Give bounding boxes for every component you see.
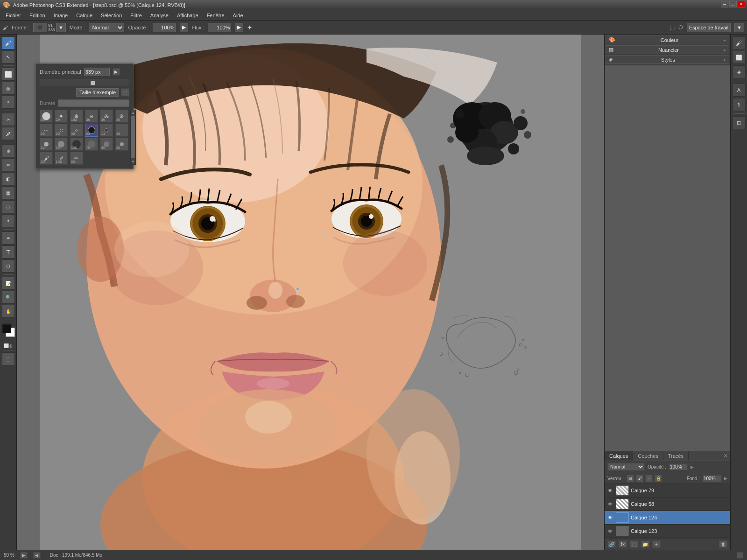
menu-fenetre[interactable]: Fenêtre: [203, 12, 228, 19]
nuancier-collapse[interactable]: ▸: [724, 48, 726, 52]
brush-sample-icon[interactable]: ⬚: [121, 88, 129, 97]
brush-slider[interactable]: [40, 79, 129, 85]
statusbar-arrow[interactable]: [737, 552, 743, 559]
dodge-tool-button[interactable]: ☀: [2, 214, 15, 227]
layer-mask-button[interactable]: ⬚: [630, 540, 638, 548]
brush-sample-button[interactable]: Taille d'exemple: [76, 88, 119, 97]
brush-item-11[interactable]: 11: [100, 124, 113, 137]
workspace-arrow[interactable]: ▼: [734, 23, 744, 32]
mode-select[interactable]: Normal Dissoudre Multiplier: [89, 23, 124, 32]
lock-transparent-button[interactable]: ⊞: [627, 475, 634, 482]
canvas-area[interactable]: Diamètre principal ▶ Taille d'exemple ⬚ …: [17, 35, 604, 550]
opacity-arrow[interactable]: ▶: [691, 465, 694, 469]
right-icon-brush[interactable]: 🖌: [733, 36, 746, 49]
blur-tool-button[interactable]: ◌: [2, 200, 15, 213]
right-icon-char[interactable]: A: [733, 84, 746, 97]
brush-item-brush-100[interactable]: ✐ 100: [55, 152, 68, 165]
brush-scrollbar[interactable]: ▲ ▼: [130, 110, 136, 165]
brush-scroll-thumb[interactable]: [131, 116, 135, 158]
brush-item-dot-63[interactable]: 63: [85, 124, 98, 137]
magic-wand-button[interactable]: ⌖: [2, 96, 15, 109]
new-layer-button[interactable]: +: [652, 540, 661, 548]
screen-mode-button[interactable]: ⬚: [2, 352, 15, 365]
minimize-button[interactable]: ─: [721, 1, 728, 7]
canvas-prev-button[interactable]: ◀: [33, 552, 41, 559]
menu-filtre[interactable]: Filtre: [127, 12, 145, 19]
layers-opacity-input[interactable]: [669, 463, 688, 470]
brush-size-input[interactable]: [84, 68, 110, 76]
lock-image-button[interactable]: 🖌: [636, 475, 643, 482]
new-group-button[interactable]: 📁: [641, 540, 649, 548]
healing-brush-button[interactable]: ⊕: [2, 144, 15, 157]
opacite-arrow[interactable]: ▶: [180, 23, 188, 32]
layer-calque-123[interactable]: 👁 ⋯ Calque 123: [605, 525, 730, 538]
brush-size-arrow[interactable]: ▶: [113, 68, 120, 76]
eyedropper-button[interactable]: 💉: [2, 127, 15, 140]
close-button[interactable]: ✕: [738, 1, 745, 7]
zoom-menu-button[interactable]: ▶: [20, 552, 28, 559]
pen-tool-button[interactable]: ✒: [2, 231, 15, 245]
brush-item-32[interactable]: 32: [40, 138, 53, 151]
layer-visibility-58[interactable]: 👁: [606, 500, 614, 508]
menu-image[interactable]: Image: [50, 12, 72, 19]
hand-tool-button[interactable]: ✋: [2, 305, 15, 318]
opacite-input[interactable]: [153, 23, 176, 32]
brush-item-66[interactable]: ∷ 66: [55, 124, 68, 137]
menu-edition[interactable]: Edition: [26, 12, 49, 19]
brush-item-scatter-192[interactable]: ❋ 192: [70, 110, 83, 123]
brush-preview-small[interactable]: ⬛: [33, 23, 47, 32]
brush-scroll-down[interactable]: ▼: [131, 159, 135, 164]
shape-tool-button[interactable]: ⬡: [2, 259, 15, 273]
brush-item-36b[interactable]: ⁂ 36: [100, 110, 113, 123]
menu-aide[interactable]: Aide: [229, 12, 247, 19]
brush-dropdown-button[interactable]: ▼: [56, 23, 66, 32]
delete-layer-button[interactable]: 🗑: [719, 540, 727, 548]
workspace-button[interactable]: Espace de travail: [687, 23, 731, 32]
lock-position-button[interactable]: +: [645, 475, 653, 482]
brush-item-36a[interactable]: ※ 36: [85, 110, 98, 123]
right-icon-actions[interactable]: ⊞: [733, 116, 746, 129]
maximize-button[interactable]: □: [729, 1, 737, 7]
brush-item-brush-63[interactable]: ✏ 63: [70, 152, 83, 165]
menu-affichage[interactable]: Affichage: [173, 12, 202, 19]
couleur-collapse[interactable]: ▸: [724, 38, 726, 42]
layer-calque-79[interactable]: 👁 Calque 79: [605, 484, 730, 497]
flux-input[interactable]: [208, 23, 231, 32]
crop-tool-button[interactable]: ✂: [2, 113, 15, 126]
link-layers-button[interactable]: 🔗: [607, 540, 616, 548]
color-swatches[interactable]: [2, 324, 15, 341]
right-icon-para[interactable]: ¶: [733, 98, 746, 111]
brush-item-55[interactable]: 55: [55, 138, 68, 151]
quick-mask-button[interactable]: ⬜◎: [4, 343, 13, 348]
brush-item-39[interactable]: ⊹ 39: [70, 124, 83, 137]
fond-arrow[interactable]: ▶: [724, 476, 727, 481]
layers-panel-close[interactable]: ✕: [721, 451, 730, 461]
layer-calque-58[interactable]: 👁 Calque 58: [605, 497, 730, 511]
menu-analyse[interactable]: Analyse: [147, 12, 172, 19]
tab-calques[interactable]: Calques: [605, 451, 633, 461]
brush-item-45[interactable]: 45: [100, 138, 113, 151]
eraser-tool-button[interactable]: ◧: [2, 172, 15, 185]
brush-item-star-29[interactable]: ✦ 29: [55, 110, 68, 123]
lasso-tool-button[interactable]: ◎: [2, 82, 15, 95]
brush-item-circle-95[interactable]: 95: [40, 110, 53, 123]
fond-input[interactable]: [703, 475, 721, 482]
brush-scroll-up[interactable]: ▲: [131, 110, 135, 115]
pencil-tool-button[interactable]: ✏: [2, 158, 15, 171]
right-icon-layers[interactable]: ⬜: [733, 51, 746, 64]
brush-item-100a[interactable]: 100: [70, 138, 83, 151]
menu-selection[interactable]: Sélection: [97, 12, 126, 19]
brush-item-20[interactable]: 20: [115, 138, 128, 151]
brush-item-36c[interactable]: ❊ 36: [115, 110, 128, 123]
brush-tool-button[interactable]: 🖌: [2, 36, 15, 49]
right-icon-styles[interactable]: ◈: [733, 65, 746, 78]
brush-item-75[interactable]: 75: [85, 138, 98, 151]
foreground-color-swatch[interactable]: [2, 324, 11, 333]
styles-collapse[interactable]: ▸: [724, 57, 726, 62]
tab-traces[interactable]: Tracés: [663, 451, 689, 461]
layers-mode-select[interactable]: Normal: [607, 463, 645, 471]
move-tool-button[interactable]: ↖: [2, 50, 15, 63]
brush-slider-thumb[interactable]: [91, 81, 95, 85]
brush-item-48[interactable]: 48: [115, 124, 128, 137]
zoom-tool-button[interactable]: 🔍: [2, 291, 15, 304]
